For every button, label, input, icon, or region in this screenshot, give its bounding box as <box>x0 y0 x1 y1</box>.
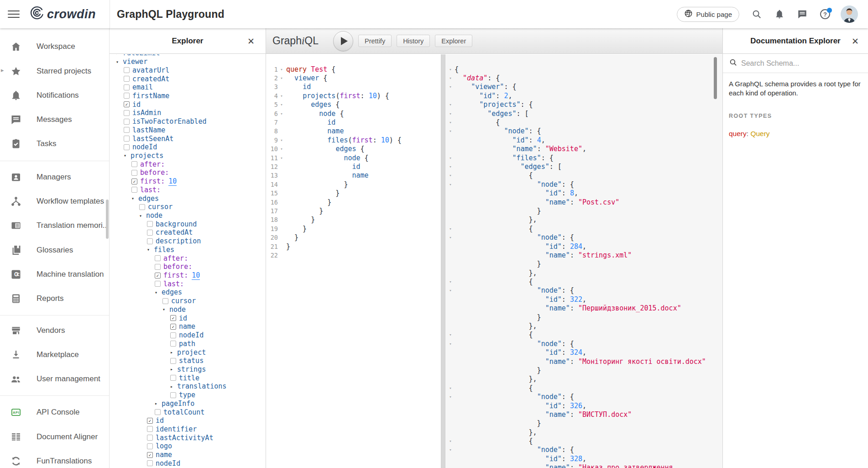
tree-row-lastseenat[interactable]: lastSeenAt <box>110 134 266 143</box>
explorer-close-icon[interactable]: ✕ <box>247 36 255 46</box>
checkbox[interactable]: ✓ <box>147 418 153 424</box>
checkbox[interactable] <box>170 392 176 398</box>
editor-response-splitter[interactable] <box>441 54 445 468</box>
chevron-down-icon[interactable]: ▾ <box>124 153 131 158</box>
checkbox[interactable]: ✓ <box>155 273 161 279</box>
explorer-toggle-button[interactable]: Explorer <box>435 35 472 47</box>
tree-row-projects[interactable]: ▾projects <box>110 152 266 160</box>
checkbox[interactable] <box>155 264 161 270</box>
fold-icon[interactable]: ▾ <box>445 235 454 240</box>
checkbox[interactable]: ✓ <box>147 452 153 458</box>
checkbox[interactable] <box>124 76 130 82</box>
tree-row-before[interactable]: before: <box>110 168 266 177</box>
sidebar-item-managers[interactable]: Managers <box>0 165 109 189</box>
checkbox[interactable] <box>147 426 153 432</box>
checkbox[interactable] <box>139 204 145 210</box>
fold-icon[interactable]: ▾ <box>445 288 454 293</box>
search-icon[interactable] <box>751 9 762 20</box>
fold-icon[interactable]: ▾ <box>278 156 285 160</box>
sidebar-item-workflow-templates[interactable]: Workflow templates <box>0 189 109 214</box>
chevron-down-icon[interactable]: ▾ <box>162 307 169 312</box>
response-pane[interactable]: ▾{▾ "data": {▾ "viewer": { "id": 2,▾ "pr… <box>445 54 722 468</box>
tree-row-id[interactable]: ✓id <box>110 314 266 322</box>
fold-icon[interactable]: ▾ <box>445 129 454 133</box>
fold-icon[interactable]: ▾ <box>445 76 454 80</box>
checkbox[interactable] <box>131 187 137 193</box>
root-query-field[interactable]: query <box>729 130 747 137</box>
tree-row-node[interactable]: ▾node <box>110 211 266 220</box>
tree-row-last[interactable]: last: <box>110 186 266 195</box>
tree-row-first[interactable]: ✓first:10 <box>110 271 266 280</box>
tree-row-cursor[interactable]: cursor <box>110 297 266 305</box>
tree-row-name[interactable]: ✓name <box>110 451 266 459</box>
checkbox[interactable]: ✓ <box>170 315 176 321</box>
doc-close-icon[interactable]: ✕ <box>852 36 859 46</box>
fold-icon[interactable]: ▾ <box>278 67 285 72</box>
execute-query-button[interactable] <box>333 31 353 51</box>
fold-icon[interactable]: ▾ <box>445 164 454 169</box>
checkbox[interactable] <box>124 67 130 73</box>
fold-icon[interactable]: ▾ <box>445 394 454 399</box>
tree-row-totalcount[interactable]: totalCount <box>110 408 266 416</box>
tree-row-pageinfo[interactable]: ▸pageInfo <box>110 399 266 408</box>
tree-row-id[interactable]: ✓id <box>110 416 266 425</box>
fold-icon[interactable]: ▾ <box>278 138 285 142</box>
fold-icon[interactable]: ▾ <box>278 111 285 116</box>
checkbox[interactable] <box>147 460 153 466</box>
tree-row-lastactivityat[interactable]: lastActivityAt <box>110 433 266 442</box>
chevron-down-icon[interactable]: ▾ <box>155 290 162 295</box>
chevron-down-icon[interactable]: ▾ <box>147 247 154 252</box>
checkbox[interactable] <box>124 93 130 99</box>
sidebar-scrollbar[interactable] <box>106 200 109 239</box>
checkbox[interactable] <box>131 170 137 176</box>
explorer-tree[interactable]: ▸rateLimit▾vieweravatarUrlcreatedAtemail… <box>110 54 266 468</box>
tree-row-istwofactorenabled[interactable]: isTwoFactorEnabled <box>110 117 266 126</box>
checkbox[interactable] <box>155 281 161 287</box>
fold-icon[interactable]: ▾ <box>445 342 454 346</box>
tree-row-translations[interactable]: ▸translations <box>110 382 266 391</box>
chevron-down-icon[interactable]: ▾ <box>131 196 138 201</box>
sidebar-item-starred-projects[interactable]: Starred projects <box>0 59 109 84</box>
tree-row-nodeid[interactable]: nodeId <box>110 459 266 468</box>
checkbox[interactable] <box>170 332 176 338</box>
tree-row-files[interactable]: ▾files <box>110 246 266 254</box>
fold-icon[interactable]: ▾ <box>445 439 454 443</box>
sidebar-item-machine-translation[interactable]: GMachine translation <box>0 263 109 287</box>
fold-icon[interactable]: ▾ <box>445 120 454 125</box>
tree-row-lastname[interactable]: lastName <box>110 126 266 134</box>
avatar[interactable] <box>841 5 858 23</box>
tree-row-id[interactable]: ✓id <box>110 100 266 109</box>
checkbox[interactable] <box>124 110 130 116</box>
sidebar-item-api-console[interactable]: APIAPI Console <box>0 400 109 425</box>
history-button[interactable]: History <box>397 35 430 47</box>
fold-icon[interactable]: ▾ <box>445 84 454 89</box>
root-query-type-link[interactable]: Query <box>750 130 769 137</box>
chevron-right-icon[interactable]: ▸ <box>170 384 177 389</box>
tree-row-edges[interactable]: ▾edges <box>110 288 266 297</box>
tree-row-description[interactable]: description <box>110 237 266 246</box>
sidebar-item-messages[interactable]: Messages <box>0 108 109 132</box>
checkbox[interactable] <box>124 84 130 90</box>
sidebar-item-translation-memori[interactable]: Translation memori... <box>0 214 109 238</box>
tree-row-project[interactable]: ▸project <box>110 348 266 357</box>
query-editor[interactable]: 1▾query Test {2▾ viewer {3 id4▾ projects… <box>266 54 441 468</box>
hamburger-menu-icon[interactable] <box>8 11 20 18</box>
sidebar-item-workspace[interactable]: Workspace <box>0 35 109 59</box>
tree-row-isadmin[interactable]: isAdmin <box>110 109 266 117</box>
sidebar-item-vendors[interactable]: Vendors <box>0 319 109 343</box>
fold-icon[interactable]: ▾ <box>445 182 454 187</box>
tree-row-cursor[interactable]: cursor <box>110 203 266 211</box>
sidebar-item-notifications[interactable]: Notifications <box>0 84 109 108</box>
checkbox[interactable] <box>170 375 176 381</box>
tree-row-last[interactable]: last: <box>110 279 266 288</box>
checkbox[interactable] <box>170 358 176 364</box>
tree-row-after[interactable]: after: <box>110 160 266 168</box>
chevron-right-icon[interactable]: ▸ <box>155 401 162 406</box>
public-page-button[interactable]: Public page <box>677 7 739 22</box>
checkbox[interactable] <box>124 144 130 150</box>
tree-row-title[interactable]: title <box>110 373 266 382</box>
checkbox[interactable] <box>124 127 130 133</box>
tree-row-name[interactable]: ✓name <box>110 322 266 331</box>
fold-icon[interactable]: ▾ <box>278 94 285 98</box>
notifications-bell-icon[interactable] <box>774 9 785 20</box>
